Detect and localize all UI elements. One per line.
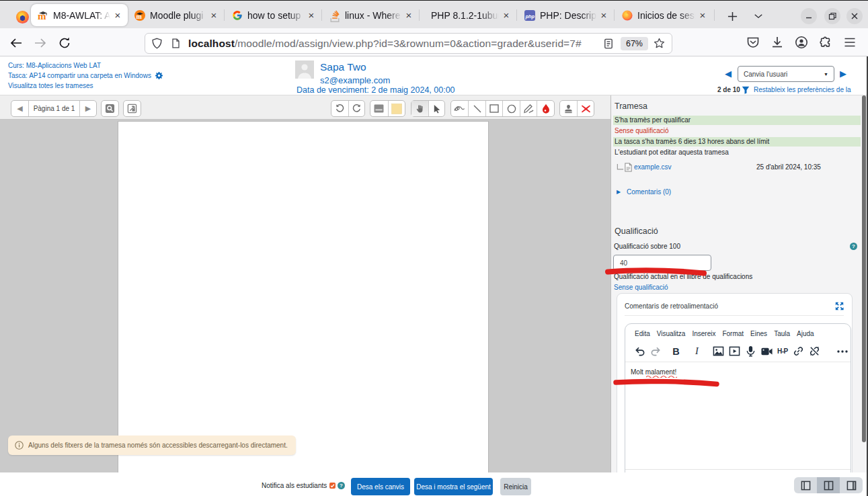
tab-php-changelog[interactable]: PHP 8.1.2-1ubun × [420,4,516,26]
current-stamp-button[interactable] [577,101,594,116]
shield-icon[interactable] [151,38,163,49]
layout-collapse-grade-button[interactable] [840,477,863,493]
tab-close-icon[interactable]: × [208,9,220,22]
comments-toggle-link[interactable]: Comentaris (0) [627,188,671,196]
change-user-select[interactable]: Canvia l'usuari ▼ [738,66,834,82]
next-page-button[interactable]: ▶ [79,101,96,116]
menu-tools[interactable]: Eines [750,330,767,337]
link-icon[interactable] [793,345,804,357]
gradebook-value-link[interactable]: Sense qualificació [614,284,668,291]
grade-help-icon[interactable]: ? [850,243,857,250]
reload-icon[interactable] [58,36,71,50]
save-and-show-next-button[interactable]: Desa i mostra el següent [414,478,493,495]
bold-icon[interactable]: B [670,345,682,357]
reader-mode-icon[interactable] [603,38,614,49]
page-select[interactable]: Pàgina 1 de 1 [28,101,79,116]
h5p-icon[interactable]: H-P [777,345,788,357]
tab-close-icon[interactable]: × [305,9,317,22]
pen-tool-button[interactable] [451,101,468,116]
url-bar[interactable]: localhost/moodle/mod/assign/view.php?id=… [145,33,672,54]
account-icon[interactable] [795,36,808,49]
tab-moodle-plugins[interactable]: m Moodle plugi × [128,4,224,26]
bookmark-star-icon[interactable] [654,38,665,49]
comments-expand-triangle-icon[interactable]: ▶ [617,189,621,195]
view-all-submissions-link[interactable]: Visualitza totes les trameses [8,82,93,89]
pdf-page[interactable] [118,121,489,472]
highlight-tool-button[interactable] [520,101,537,116]
tab-close-icon[interactable]: × [598,9,610,22]
tab-close-icon[interactable]: × [403,9,415,22]
tab-php-description[interactable]: php PHP: Descript × [518,4,614,26]
student-name-link[interactable]: Sapa Two [320,61,366,73]
media-icon[interactable] [729,345,740,357]
comment-tool-button[interactable] [370,101,388,116]
editor-content[interactable]: Molt malament! [625,362,851,382]
menu-table[interactable]: Taula [774,330,790,337]
tab-close-icon[interactable]: × [697,9,709,22]
annotation-colour-button[interactable] [537,101,554,116]
oval-tool-button[interactable] [502,101,520,116]
back-icon[interactable] [9,36,23,50]
next-user-button[interactable]: ▶ [840,69,846,78]
tab-how-to-setup[interactable]: how to setup × [225,4,321,26]
stamp-tool-button[interactable] [560,101,577,116]
reset-table-preferences-link[interactable]: Restableix les preferències de la [754,86,861,93]
menu-hamburger-icon[interactable] [843,36,857,49]
rotate-right-button[interactable] [348,101,365,116]
window-restore-button[interactable] [824,8,840,24]
tab-list-chevron-icon[interactable] [750,8,766,24]
zoom-level-badge[interactable]: 67% [621,37,648,50]
page-info-icon[interactable] [171,38,181,48]
new-tab-button[interactable] [724,8,740,24]
drag-tool-button[interactable] [411,101,428,116]
forward-icon[interactable] [34,36,47,50]
menu-insert[interactable]: Insereix [692,330,715,337]
menu-help[interactable]: Ajuda [797,330,814,337]
student-email-link[interactable]: s2@example.com [320,75,390,85]
download-icon[interactable] [771,36,784,49]
filter-funnel-icon[interactable] [742,86,750,94]
expand-editor-icon[interactable] [835,302,844,311]
select-tool-button[interactable] [428,101,445,116]
line-tool-button[interactable] [468,101,485,116]
tab-inicios-sesion[interactable]: Inicios de sesi × [615,4,713,26]
menu-format[interactable]: Format [722,330,744,337]
redo-icon[interactable] [650,345,662,357]
search-comments-button[interactable] [102,101,118,116]
microphone-icon[interactable] [745,345,756,357]
tab-m8-awlat[interactable]: m M8-AWLAT: A × [31,4,128,26]
window-minimize-button[interactable] [801,8,817,24]
panel-scrollbar-thumb[interactable] [862,95,866,442]
pdf-drawing-region[interactable]: Alguns dels fitxers de la tramesa només … [0,120,610,472]
layout-collapse-review-button[interactable] [794,477,817,493]
avatar[interactable] [295,60,314,79]
task-link[interactable]: Tasca: AP14 compartir una carpeta en Win… [8,72,163,79]
prev-page-button[interactable]: ◀ [11,101,28,116]
firefox-logo-icon[interactable] [16,11,29,24]
italic-icon[interactable]: I [691,345,703,357]
previous-user-button[interactable]: ◀ [725,69,732,78]
url-text[interactable]: localhost/moodle/mod/assign/view.php?id=… [188,38,603,50]
notify-help-icon[interactable]: ? [338,482,345,489]
rectangle-tool-button[interactable] [485,101,503,116]
window-close-button[interactable] [846,8,863,24]
grade-input[interactable] [613,255,711,271]
notify-students-checkbox[interactable] [329,483,336,489]
video-camera-icon[interactable] [761,345,773,357]
menu-view[interactable]: Visualitza [657,330,686,337]
tab-close-icon[interactable]: × [500,9,512,22]
image-icon[interactable] [713,345,724,357]
pocket-icon[interactable] [746,36,760,49]
reset-button[interactable]: Reinicia [500,478,531,495]
submission-file-link[interactable]: example.csv [634,163,672,171]
comment-colour-button[interactable] [388,101,405,116]
gear-icon[interactable] [155,72,163,79]
unlink-icon[interactable] [809,345,820,357]
extensions-puzzle-icon[interactable] [819,36,832,49]
undo-icon[interactable] [634,345,645,357]
more-toolbar-icon[interactable] [837,345,849,357]
save-changes-button[interactable]: Desa els canvis [351,478,410,495]
rotate-left-button[interactable] [331,101,348,116]
expand-review-panel-button[interactable] [124,101,141,116]
layout-default-button[interactable] [817,477,840,493]
